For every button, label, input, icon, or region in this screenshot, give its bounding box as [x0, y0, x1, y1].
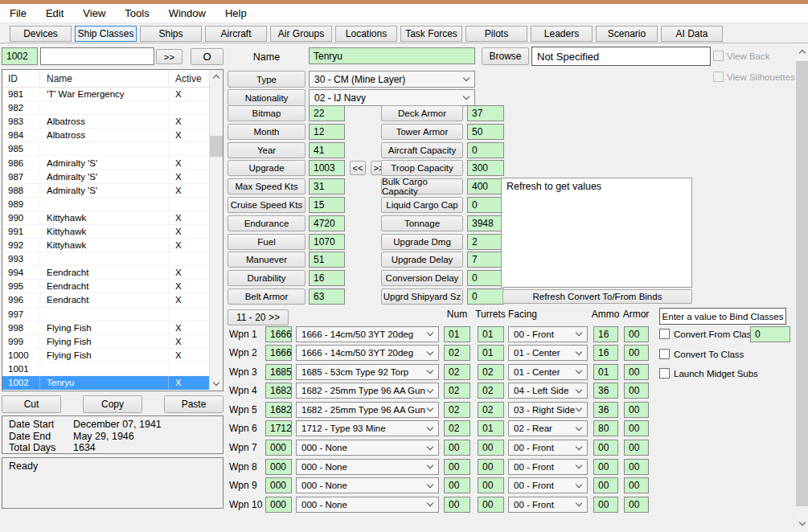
weapon-ammo-input[interactable]: 80 — [593, 420, 618, 436]
weapon-facing-select[interactable]: 00 - Front — [508, 497, 588, 513]
convert-from-class-checkbox[interactable] — [659, 329, 670, 339]
view-back-checkbox[interactable] — [713, 51, 724, 61]
weapon-armor-input[interactable]: 00 — [624, 440, 649, 456]
weapon-facing-select[interactable]: 01 - Center — [508, 345, 588, 361]
weapon-num-input[interactable]: 02 — [444, 345, 470, 361]
weapon-id-input[interactable]: 1666 — [265, 345, 292, 361]
weapon-turrets-input[interactable]: 02 — [478, 364, 504, 380]
upgrade-label-button[interactable]: Upgrade — [228, 160, 306, 176]
weapon-facing-select[interactable]: 00 - Front — [508, 326, 588, 342]
weapon-select[interactable]: 000 - None — [296, 440, 439, 456]
upgrade-delay-label-button[interactable]: Upgrade Delay — [381, 252, 463, 268]
list-item[interactable]: 982 — [2, 101, 209, 115]
menu-item-view[interactable]: View — [73, 4, 115, 23]
upgrd-shipyard-sz-label-button[interactable]: Upgrd Shipyard Sz — [381, 289, 463, 305]
weapon-num-input[interactable]: 00 — [444, 459, 470, 475]
weapon-select[interactable]: 1685 - 53cm Type 92 Torp — [296, 364, 439, 380]
max-speed-kts-input[interactable]: 31 — [309, 178, 345, 194]
weapon-armor-input[interactable]: 00 — [624, 420, 649, 436]
weapon-armor-input[interactable]: 00 — [624, 459, 649, 475]
max-speed-kts-label-button[interactable]: Max Speed Kts — [228, 178, 306, 194]
bind-class-value-field[interactable]: 0 — [750, 326, 790, 342]
tower-armor-input[interactable]: 50 — [467, 124, 504, 140]
fuel-input[interactable]: 1070 — [309, 234, 345, 250]
list-item[interactable]: 984AlbatrossX — [2, 129, 209, 142]
nationality-select[interactable]: 02 - IJ Navy — [309, 89, 475, 106]
weapon-id-input[interactable]: 1712 — [265, 420, 292, 436]
weapon-armor-input[interactable]: 00 — [624, 383, 649, 399]
upgrade-dmg-label-button[interactable]: Upgrade Dmg — [381, 234, 463, 250]
manuever-input[interactable]: 51 — [309, 252, 345, 268]
weapon-ammo-input[interactable]: 01 — [593, 364, 618, 380]
aircraft-capacity-input[interactable]: 0 — [467, 142, 504, 158]
weapon-id-input[interactable]: 1666 — [265, 326, 292, 342]
weapon-armor-input[interactable]: 00 — [624, 326, 649, 342]
list-item[interactable]: 987Admiralty 'S'X — [2, 170, 209, 184]
weapon-select[interactable]: 1666 - 14cm/50 3YT 20deg — [296, 326, 439, 342]
tab-locations[interactable]: Locations — [335, 26, 397, 42]
search-go-button[interactable]: >> — [156, 49, 183, 64]
weapon-turrets-input[interactable]: 01 — [478, 420, 504, 436]
selected-id-field[interactable]: 1002 — [2, 47, 38, 65]
weapon-ammo-input[interactable]: 00 — [593, 459, 618, 475]
durability-label-button[interactable]: Durability — [228, 270, 306, 286]
weapon-ammo-input[interactable]: 16 — [593, 326, 618, 342]
name-field[interactable]: Tenryu — [309, 47, 475, 64]
tab-ai-data[interactable]: AI Data — [661, 26, 723, 42]
weapon-ammo-input[interactable]: 00 — [593, 497, 618, 513]
weapon-turrets-input[interactable]: 00 — [478, 477, 504, 493]
list-scroll-down-icon[interactable] — [210, 377, 223, 391]
year-label-button[interactable]: Year — [228, 142, 306, 158]
tonnage-label-button[interactable]: Tonnage — [381, 215, 463, 231]
weapon-num-input[interactable]: 00 — [444, 497, 470, 513]
list-item[interactable]: 981'T' War EmergencyX — [2, 88, 209, 101]
weapon-select[interactable]: 1682 - 25mm Type 96 AA Gun — [296, 383, 439, 399]
weapon-ammo-input[interactable]: 16 — [593, 345, 618, 361]
cruise-speed-kts-input[interactable]: 15 — [309, 197, 345, 213]
weapon-num-input[interactable]: 00 — [444, 440, 470, 456]
tab-devices[interactable]: Devices — [10, 26, 72, 42]
list-item[interactable]: 999Flying FishX — [2, 335, 209, 349]
weapon-num-input[interactable]: 02 — [444, 420, 470, 436]
tab-air-groups[interactable]: Air Groups — [270, 26, 332, 42]
refresh-binds-button[interactable]: Refresh Convert To/From Binds — [502, 289, 692, 304]
weapon-facing-select[interactable]: 02 - Rear — [508, 420, 588, 436]
weapon-ammo-input[interactable]: 36 — [593, 383, 618, 399]
launch-midget-subs-checkbox[interactable] — [659, 368, 670, 379]
browse-button[interactable]: Browse — [482, 47, 529, 65]
weapon-num-input[interactable]: 00 — [444, 477, 470, 493]
month-input[interactable]: 12 — [309, 124, 345, 140]
tab-leaders[interactable]: Leaders — [531, 26, 593, 42]
weapon-turrets-input[interactable]: 01 — [478, 326, 504, 342]
list-item[interactable]: 995EendrachtX — [2, 280, 209, 293]
upgrade-input[interactable]: 1003 — [309, 160, 345, 176]
weapon-facing-select[interactable]: 00 - Front — [508, 440, 588, 456]
list-item[interactable]: 989 — [2, 198, 209, 211]
type-select[interactable]: 30 - CM (Mine Layer) — [309, 71, 475, 88]
upgrd-shipyard-sz-input[interactable]: 0 — [467, 289, 504, 305]
scroll-thumb[interactable] — [796, 61, 808, 506]
troop-capacity-input[interactable]: 300 — [467, 160, 504, 176]
liquid-cargo-cap-input[interactable]: 0 — [467, 197, 504, 213]
list-item[interactable]: 998Flying FishX — [2, 321, 209, 335]
endurance-input[interactable]: 4720 — [309, 215, 345, 231]
weapon-turrets-input[interactable]: 00 — [478, 497, 504, 513]
weapon-num-input[interactable]: 02 — [444, 383, 470, 399]
class-search-input[interactable] — [40, 47, 154, 65]
weapon-id-input[interactable]: 1685 — [265, 364, 292, 380]
weapon-armor-input[interactable]: 00 — [624, 345, 649, 361]
weapon-facing-select[interactable]: 04 - Left Side — [508, 383, 588, 399]
upgrade-prev-button[interactable]: << — [350, 161, 366, 175]
deck-armor-label-button[interactable]: Deck Armor — [381, 105, 463, 121]
durability-input[interactable]: 16 — [309, 270, 345, 286]
weapon-facing-select[interactable]: 01 - Center — [508, 364, 588, 380]
menu-item-file[interactable]: File — [0, 4, 36, 23]
conversion-delay-label-button[interactable]: Conversion Delay — [381, 270, 463, 286]
upgrade-delay-input[interactable]: 7 — [467, 252, 504, 268]
weapon-facing-select[interactable]: 00 - Front — [508, 459, 588, 475]
list-scroll-up-icon[interactable] — [210, 70, 223, 84]
list-item[interactable]: 991KittyhawkX — [2, 225, 209, 239]
upgrade-dmg-input[interactable]: 2 — [467, 234, 504, 250]
copy-button[interactable]: Copy — [83, 395, 142, 413]
month-label-button[interactable]: Month — [228, 124, 306, 140]
